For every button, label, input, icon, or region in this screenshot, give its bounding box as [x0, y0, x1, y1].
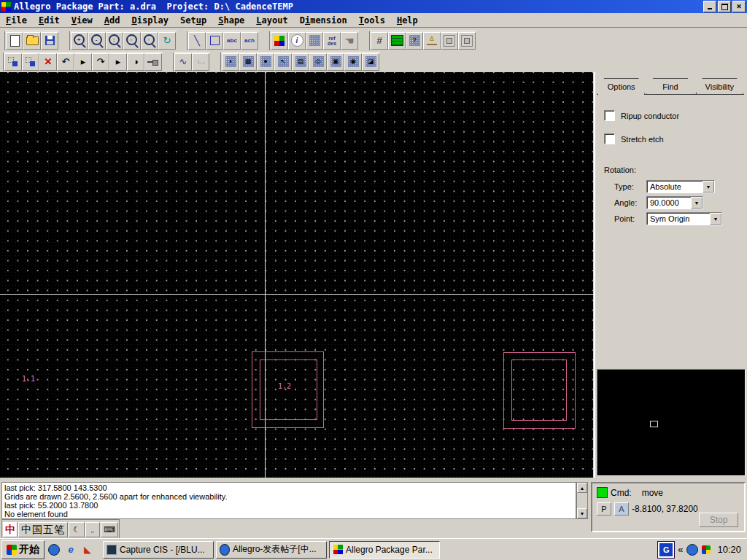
shape-manual-void-button[interactable]: ▤ — [292, 53, 309, 71]
color192-button[interactable] — [271, 32, 288, 50]
tab-find[interactable]: Find — [646, 78, 694, 94]
rotation-point-select[interactable]: Sym Origin ▼ — [646, 212, 722, 225]
task-button-capture[interactable]: Capture CIS - [/BLU... — [103, 541, 214, 559]
pad-label: 1.2 — [278, 382, 291, 390]
quicklaunch-maxthon-icon[interactable] — [47, 542, 61, 557]
menu-setup[interactable]: Setup — [174, 14, 212, 27]
refdes-toggle-button[interactable]: ref des — [323, 32, 341, 50]
add-rectangle-button[interactable] — [206, 32, 223, 50]
display-options-button[interactable]: ? — [406, 32, 423, 50]
text-attributes-button[interactable]: ach — [241, 32, 258, 50]
menu-shape[interactable]: Shape — [212, 14, 250, 27]
tab-options[interactable]: Options — [597, 78, 645, 95]
measure-scales-button[interactable]: ∆ — [423, 32, 441, 50]
artwork-film-button[interactable] — [306, 32, 323, 50]
layer-stack-button[interactable] — [388, 32, 406, 50]
menu-display[interactable]: Display — [125, 14, 174, 27]
show-element-icon: i — [291, 34, 303, 47]
shape-add-circle-button[interactable]: ● — [257, 53, 274, 71]
zoom-out-button[interactable]: - — [88, 32, 106, 50]
tab-visibility[interactable]: Visibility — [696, 78, 743, 94]
copy-button[interactable] — [22, 53, 39, 71]
menu-tools[interactable]: Tools — [353, 14, 391, 27]
redo-button[interactable]: ↷ — [92, 53, 109, 71]
restore-button[interactable] — [718, 1, 731, 12]
slide-button[interactable]: ∿ — [174, 53, 192, 71]
zoom-previous-button[interactable]: ◦ — [141, 32, 158, 50]
show-element-button[interactable]: i — [288, 32, 306, 50]
fix-pin-button[interactable] — [144, 53, 162, 71]
task-button-allegro[interactable]: Allegro Package Par... — [329, 541, 440, 559]
tray-g-icon[interactable]: G — [658, 542, 674, 558]
shadow-toggle-button[interactable] — [458, 32, 476, 50]
design-preview-window[interactable] — [597, 369, 746, 476]
highlight-button[interactable]: ◑ — [127, 53, 144, 71]
ripup-conductor-checkbox[interactable] — [604, 110, 615, 121]
scroll-down-icon[interactable]: ▼ — [577, 508, 587, 518]
save-button[interactable] — [41, 32, 58, 50]
absolute-button[interactable]: A — [614, 502, 629, 516]
rotation-angle-select[interactable]: 90.0000 ▼ — [646, 196, 703, 209]
ime-name-button[interactable]: 中国五笔 — [18, 522, 68, 537]
quicklaunch-designer-icon[interactable]: ◣ — [80, 542, 95, 557]
pad-inner[interactable] — [511, 359, 567, 421]
start-button[interactable]: 开始 — [1, 540, 44, 559]
menu-view[interactable]: View — [66, 14, 98, 27]
menu-file[interactable]: File — [0, 14, 33, 27]
shape-add-rect-button[interactable]: ▩ — [239, 53, 257, 71]
design-canvas[interactable]: 1.1 1.2 — [0, 72, 593, 478]
redraw-button[interactable]: ↻ — [158, 32, 176, 50]
shape-void-rect-button[interactable]: ▣ — [327, 53, 344, 71]
menu-help[interactable]: Help — [391, 14, 424, 27]
delete-button[interactable]: ✕ — [39, 53, 57, 71]
pick-button[interactable]: P — [597, 502, 611, 516]
zoom-by-points-button[interactable]: : — [106, 32, 123, 50]
task-button-browser[interactable]: Allegro-发表帖子[中... — [216, 541, 327, 559]
menu-layout[interactable]: Layout — [250, 14, 293, 27]
menu-add[interactable]: Add — [98, 14, 126, 27]
tray-chevron-icon[interactable]: « — [678, 544, 683, 555]
rotation-type-select[interactable]: Absolute ▼ — [646, 180, 715, 193]
shape-edit-boundary-button[interactable]: ◪ — [362, 53, 379, 71]
add-text-button[interactable]: abc — [223, 32, 241, 50]
menu-dimension[interactable]: Dimension — [294, 14, 353, 27]
undo-button[interactable]: ↶ — [57, 53, 74, 71]
new-file-button[interactable] — [6, 32, 23, 50]
zoom-fit-button[interactable]: ▫ — [123, 32, 141, 50]
redo-step-button[interactable]: ▸ — [109, 53, 127, 71]
tray-maxthon-icon[interactable] — [686, 544, 698, 556]
grid-toggle-button[interactable]: # — [371, 32, 388, 50]
ime-keyboard-icon[interactable]: ⌨ — [101, 522, 118, 537]
shape-void-circle-button[interactable]: ◎ — [309, 53, 327, 71]
assign-refdes-button[interactable]: ☚ — [341, 32, 358, 50]
shape-void-poly-button[interactable]: ◉ — [344, 53, 362, 71]
stop-button[interactable]: Stop — [699, 513, 738, 527]
ime-punctuation-icon[interactable]: ,. — [85, 522, 100, 537]
undo-step-button[interactable]: ▸ — [74, 53, 92, 71]
shape-add-icon: ◗ — [225, 56, 236, 67]
open-folder-button[interactable] — [23, 32, 41, 50]
stretch-etch-checkbox[interactable] — [604, 133, 615, 144]
vertex-button[interactable]: ∟. — [192, 53, 209, 71]
move-button[interactable] — [4, 53, 22, 71]
redraw-icon: ↻ — [163, 36, 171, 45]
chevron-down-icon[interactable]: ▼ — [691, 197, 703, 209]
chevron-down-icon[interactable]: ▼ — [710, 213, 721, 225]
add-line-button[interactable]: ╲ — [188, 32, 206, 50]
shadow-mode-button[interactable] — [441, 32, 458, 50]
console-scrollbar[interactable]: ▲ ▼ — [576, 482, 588, 519]
quicklaunch-ie-icon[interactable]: e — [63, 542, 78, 557]
add-text-icon: abc — [227, 38, 237, 44]
tray-windows-icon[interactable] — [702, 545, 711, 554]
message-console[interactable]: last pick: 317.5800 143.5300Grids are dr… — [1, 482, 576, 519]
menu-edit[interactable]: Edit — [33, 14, 66, 27]
zoom-in-button[interactable]: + — [71, 32, 88, 50]
chevron-down-icon[interactable]: ▼ — [703, 181, 714, 192]
shape-add-button[interactable]: ◗ — [222, 53, 239, 71]
shape-select-button[interactable]: ↖ — [274, 53, 292, 71]
ime-fullhalf-icon[interactable]: ☾ — [69, 522, 85, 537]
minimize-button[interactable] — [703, 1, 716, 12]
ime-logo-icon[interactable]: 中 — [3, 522, 18, 537]
close-button[interactable]: ✕ — [732, 1, 746, 12]
scroll-up-icon[interactable]: ▲ — [577, 483, 587, 493]
